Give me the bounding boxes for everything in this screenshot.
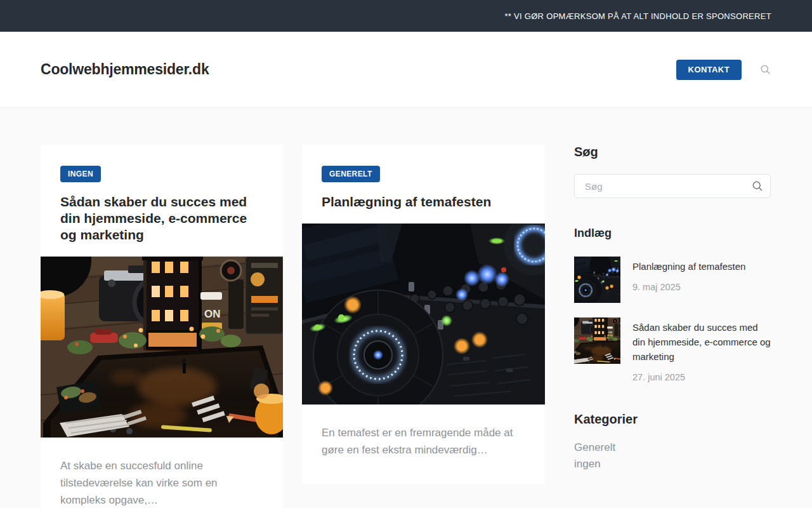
recent-post-thumbnail-city[interactable] xyxy=(574,318,620,364)
recent-post-title-link[interactable]: Planlægning af temafesten xyxy=(632,259,745,274)
categories-heading: Kategorier xyxy=(574,412,771,427)
contact-button[interactable]: KONTAKT xyxy=(676,60,742,80)
recent-post-date: 27. juni 2025 xyxy=(632,372,771,382)
category-link-ingen[interactable]: ingen xyxy=(574,456,771,472)
category-badge[interactable]: GENERELT xyxy=(322,166,380,182)
sidebar-search-widget: Søg xyxy=(574,145,771,198)
search-icon xyxy=(759,64,771,76)
post-card-1: INGEN Sådan skaber du succes med din hje… xyxy=(41,145,283,508)
search-input[interactable] xyxy=(574,174,771,198)
site-header: Coolwebhjemmesider.dk KONTAKT xyxy=(0,32,812,108)
post-card-2: GENERELT Planlægning af temafesten En te… xyxy=(302,145,545,484)
sidebar-categories-widget: Kategorier Generelt ingen xyxy=(574,412,771,472)
recent-post-thumbnail-dj[interactable] xyxy=(574,257,620,303)
search-icon xyxy=(751,180,764,192)
post-title-link[interactable]: Sådan skaber du succes med din hjemmesid… xyxy=(60,194,263,243)
category-badge[interactable]: INGEN xyxy=(60,166,101,182)
recent-post-item: Planlægning af temafesten 9. maj 2025 xyxy=(574,257,771,303)
sidebar: Søg Indlæg Planlægning af temafesten 9. xyxy=(574,145,771,472)
sponsor-banner-text: ** VI GØR OPMÆRKSOM PÅ AT ALT INDHOLD ER… xyxy=(504,11,771,21)
category-link-generelt[interactable]: Generelt xyxy=(574,439,771,456)
site-title-link[interactable]: Coolwebhjemmesider.dk xyxy=(41,61,209,78)
recent-post-title-link[interactable]: Sådan skaber du succes med din hjemmesid… xyxy=(632,320,771,364)
header-search-button[interactable] xyxy=(759,64,771,76)
sponsor-banner: ** VI GØR OPMÆRKSOM PÅ AT ALT INDHOLD ER… xyxy=(0,0,812,32)
recent-posts-heading: Indlæg xyxy=(574,227,771,240)
main-area: INGEN Sådan skaber du succes med din hje… xyxy=(0,108,812,508)
recent-post-item: Sådan skaber du succes med din hjemmesid… xyxy=(574,318,771,382)
post-featured-image-dj[interactable] xyxy=(302,224,545,404)
search-heading: Søg xyxy=(574,145,771,159)
search-submit-button[interactable] xyxy=(744,174,771,198)
recent-post-date: 9. maj 2025 xyxy=(632,282,745,292)
sidebar-recent-posts-widget: Indlæg Planlægning af temafesten 9. maj … xyxy=(574,227,771,382)
post-title-link[interactable]: Planlægning af temafesten xyxy=(322,194,525,210)
post-excerpt: At skabe en succesfuld online tilstedevæ… xyxy=(41,438,283,508)
post-featured-image-city[interactable] xyxy=(41,257,283,438)
post-excerpt: En temafest er en fremragende måde at gø… xyxy=(302,404,545,484)
